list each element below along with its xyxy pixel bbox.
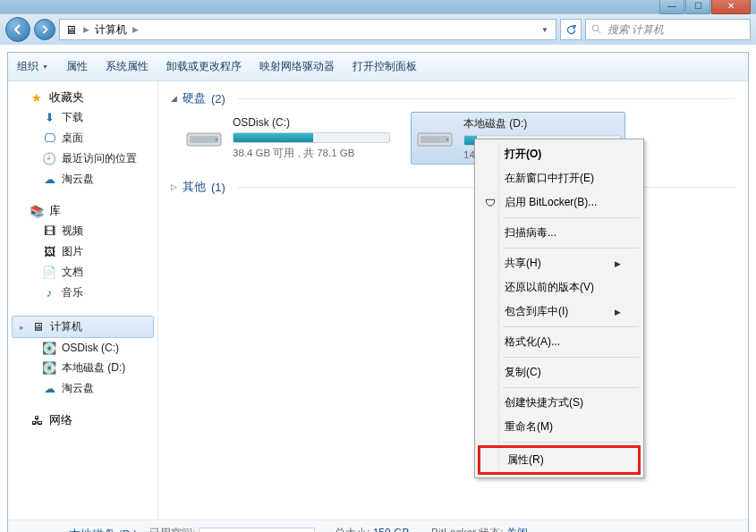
expand-arrow-icon[interactable]: ▷ <box>171 182 177 191</box>
cm-copy[interactable]: 复制(C) <box>478 360 641 384</box>
sidebar-favorites-header[interactable]: ★ 收藏夹 <box>8 89 157 107</box>
toolbar-uninstall[interactable]: 卸载或更改程序 <box>166 59 242 74</box>
minimize-button[interactable]: — <box>659 0 684 14</box>
search-box[interactable]: 搜索 计算机 <box>585 19 751 40</box>
address-bar-row: 🖥 ▶ 计算机 ▶ ▼ 搜索 计算机 <box>0 13 756 45</box>
menu-separator <box>503 326 639 327</box>
search-icon <box>591 24 602 35</box>
sidebar-item-drive-d[interactable]: 💽本地磁盘 (D:) <box>8 358 157 378</box>
cm-scan-virus[interactable]: 扫描病毒... <box>478 221 641 245</box>
sidebar-item-taoyun[interactable]: ☁淘云盘 <box>8 169 157 190</box>
drive-stats: 38.4 GB 可用 , 共 78.1 GB <box>233 147 390 160</box>
cm-bitlocker[interactable]: 🛡启用 BitLocker(B)... <box>478 190 641 215</box>
breadcrumb-sep-icon: ▶ <box>132 25 139 34</box>
recent-icon: 🕘 <box>42 152 56 166</box>
drive-c[interactable]: OSDisk (C:) 38.4 GB 可用 , 共 78.1 GB <box>180 112 395 165</box>
computer-icon: 🖥 <box>30 320 45 334</box>
section-other[interactable]: ▷ 其他 (1) <box>171 179 735 195</box>
toolbar-properties[interactable]: 属性 <box>66 59 88 74</box>
refresh-button[interactable] <box>560 19 582 40</box>
sidebar-libraries-header[interactable]: 📚 库 <box>8 202 157 221</box>
context-menu: 打开(O) 在新窗口中打开(E) 🛡启用 BitLocker(B)... 扫描病… <box>474 139 644 478</box>
cloud-icon: ☁ <box>42 173 56 187</box>
music-icon: ♪ <box>42 286 56 300</box>
toolbar-system-properties[interactable]: 系统属性 <box>106 59 149 74</box>
cm-share[interactable]: 共享(H)▶ <box>478 251 641 275</box>
toolbar-map-drive[interactable]: 映射网络驱动器 <box>259 59 335 74</box>
drive-icon: 💽 <box>42 341 56 355</box>
details-bitlocker-label: BitLocker 状态: <box>431 527 504 533</box>
toolbar-organize[interactable]: 组织▼ <box>17 59 48 74</box>
breadcrumb-location[interactable]: 计算机 <box>95 22 127 38</box>
sidebar-computer-header[interactable]: ▸ 🖥 计算机 <box>12 316 154 338</box>
address-dropdown-icon[interactable]: ▼ <box>538 26 552 34</box>
close-button[interactable]: ✕ <box>711 0 751 14</box>
desktop-icon: 🖵 <box>42 131 56 146</box>
window-titlebar: — ☐ ✕ <box>0 0 756 13</box>
sidebar-item-music[interactable]: ♪音乐 <box>8 283 157 303</box>
submenu-arrow-icon: ▶ <box>615 308 621 317</box>
sidebar-network-header[interactable]: 🖧 网络 <box>8 411 157 430</box>
menu-separator <box>503 217 639 218</box>
mini-usage-bar <box>199 528 315 532</box>
svg-point-7 <box>446 139 449 141</box>
cm-format[interactable]: 格式化(A)... <box>478 330 641 354</box>
breadcrumb-sep-icon: ▶ <box>83 25 89 34</box>
navigation-pane: ★ 收藏夹 ⬇下载 🖵桌面 🕘最近访问的位置 ☁淘云盘 📚 库 🎞视频 🖼图片 … <box>8 81 158 519</box>
cm-open[interactable]: 打开(O) <box>478 142 641 166</box>
svg-point-0 <box>592 25 599 31</box>
toolbar-control-panel[interactable]: 打开控制面板 <box>353 59 417 74</box>
address-bar[interactable]: 🖥 ▶ 计算机 ▶ ▼ <box>59 19 556 40</box>
sidebar-item-documents[interactable]: 📄文档 <box>8 262 157 283</box>
command-toolbar: 组织▼ 属性 系统属性 卸载或更改程序 映射网络驱动器 打开控制面板 <box>8 53 748 81</box>
details-size-label: 总大小: <box>335 527 370 533</box>
sidebar-item-videos[interactable]: 🎞视频 <box>8 221 157 241</box>
usage-bar <box>233 132 390 143</box>
menu-separator <box>503 442 639 443</box>
maximize-button[interactable]: ☐ <box>685 0 710 14</box>
cloud-icon: ☁ <box>42 382 56 396</box>
section-hard-disks[interactable]: ◢ 硬盘 (2) <box>171 90 735 106</box>
svg-rect-6 <box>420 136 449 143</box>
drive-icon <box>17 526 56 533</box>
network-icon: 🖧 <box>30 414 44 428</box>
cm-open-new-window[interactable]: 在新窗口中打开(E) <box>478 166 641 190</box>
shield-icon: 🛡 <box>483 197 497 209</box>
search-placeholder: 搜索 计算机 <box>607 22 664 38</box>
star-icon: ★ <box>30 91 44 106</box>
cm-restore-versions[interactable]: 还原以前的版本(V) <box>478 275 641 300</box>
sidebar-item-downloads[interactable]: ⬇下载 <box>8 107 157 128</box>
arrow-right-icon <box>40 25 49 34</box>
library-icon: 📚 <box>30 205 44 219</box>
expand-arrow-icon[interactable]: ▸ <box>20 323 24 332</box>
downloads-icon: ⬇ <box>42 111 56 125</box>
sidebar-item-recent[interactable]: 🕘最近访问的位置 <box>8 148 157 169</box>
details-used-label: 已用空间: <box>149 527 195 533</box>
cm-rename[interactable]: 重命名(M) <box>478 415 641 439</box>
sidebar-item-desktop[interactable]: 🖵桌面 <box>8 128 157 148</box>
section-divider <box>238 98 735 99</box>
document-icon: 📄 <box>42 266 56 280</box>
collapse-arrow-icon[interactable]: ◢ <box>171 94 177 103</box>
nav-back-button[interactable] <box>5 17 30 42</box>
menu-separator <box>503 387 639 388</box>
drive-icon: 💽 <box>42 361 56 376</box>
drive-icon <box>415 116 454 152</box>
refresh-icon <box>565 24 577 36</box>
drive-icon <box>184 116 224 152</box>
menu-separator <box>503 248 639 249</box>
video-icon: 🎞 <box>42 224 56 239</box>
nav-forward-button[interactable] <box>34 19 55 40</box>
cm-properties[interactable]: 属性(R) <box>478 445 641 475</box>
picture-icon: 🖼 <box>42 245 56 259</box>
computer-icon: 🖥 <box>64 22 78 37</box>
details-drive-name: 本地磁盘 (D:) <box>69 528 137 533</box>
cm-create-shortcut[interactable]: 创建快捷方式(S) <box>478 391 641 415</box>
sidebar-item-drive-c[interactable]: 💽OSDisk (C:) <box>8 338 157 358</box>
svg-rect-3 <box>190 136 218 143</box>
sidebar-item-taoyun-drive[interactable]: ☁淘云盘 <box>8 378 157 399</box>
details-size-value: 159 GB <box>373 527 410 533</box>
drive-name: 本地磁盘 (D:) <box>463 116 621 131</box>
cm-include-library[interactable]: 包含到库中(I)▶ <box>478 300 641 324</box>
sidebar-item-pictures[interactable]: 🖼图片 <box>8 241 157 262</box>
